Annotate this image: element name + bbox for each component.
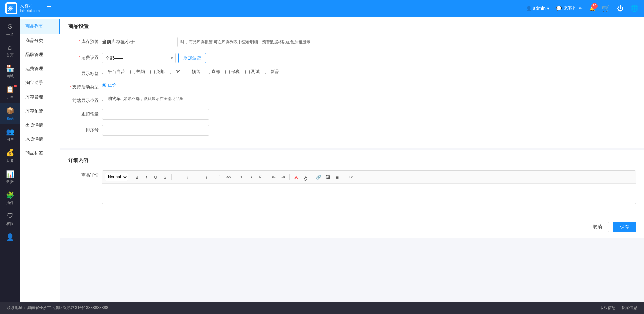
detail-content-section: 详细内容 商品详情 Normal B I U bbox=[60, 150, 644, 216]
editor-body[interactable] bbox=[102, 184, 636, 204]
sidebar-label-platform: 平台 bbox=[6, 32, 14, 37]
editor-ordered-list-button[interactable]: 1. bbox=[237, 173, 246, 181]
sub-sidebar-brand-manage[interactable]: 品牌管理 bbox=[20, 48, 60, 62]
add-shipping-button[interactable]: 添加运费 bbox=[178, 53, 206, 63]
cancel-button[interactable]: 取消 bbox=[586, 222, 609, 232]
sub-sidebar-freight-manage[interactable]: 运费管理 bbox=[20, 62, 60, 76]
editor-align-left-button[interactable]: ⁞ bbox=[174, 173, 182, 181]
editor-underline-button[interactable]: U bbox=[151, 173, 160, 181]
tag-tax[interactable]: 保税 bbox=[225, 69, 240, 75]
sidebar-item-shop[interactable]: 🏪 商城 bbox=[0, 61, 20, 82]
tag-new[interactable]: 新品 bbox=[265, 69, 279, 75]
editor-indent-button[interactable]: ⇥ bbox=[279, 173, 287, 181]
editor-font-color-button[interactable]: A bbox=[292, 173, 301, 181]
sidebar-label-user: 用户 bbox=[6, 137, 14, 142]
tag-new-checkbox[interactable] bbox=[265, 70, 269, 74]
tag-hot-checkbox[interactable] bbox=[130, 70, 135, 74]
goods-detail-label: 商品详情 bbox=[68, 170, 102, 178]
sub-sidebar-goods-list[interactable]: 商品列表 bbox=[20, 19, 60, 34]
sub-sidebar: 商品列表 商品分类 品牌管理 运费管理 淘宝助手 库存管理 库存预警 出货详情 … bbox=[20, 17, 60, 302]
stock-alert-input[interactable] bbox=[138, 37, 178, 47]
front-display-content: 购物车 如果不选，默认显示在全部商品里 bbox=[102, 96, 636, 102]
sidebar-label-shop: 商城 bbox=[6, 74, 14, 79]
sidebar: $ 平台 ⌂ 首页 🏪 商城 📋 订单 📦 商品 👥 用户 💰 财务 bbox=[0, 17, 20, 302]
sidebar-item-account[interactable]: 👤 bbox=[0, 230, 20, 244]
shipping-select[interactable]: 全部——十 bbox=[102, 53, 176, 63]
sidebar-item-platform[interactable]: $ 平台 bbox=[0, 19, 20, 40]
sort-num-input[interactable] bbox=[102, 125, 209, 136]
virtual-sales-row: 虚拟销量 bbox=[68, 109, 636, 120]
front-display-cart-checkbox[interactable] bbox=[102, 97, 106, 101]
content-area: 商品设置 库存预警 当前库存量小于 时，商品库存报警 可在库存列表中查看明细，预… bbox=[60, 17, 644, 302]
power-icon[interactable]: ⏻ bbox=[617, 5, 624, 12]
editor-image-button[interactable]: 🖼 bbox=[324, 173, 332, 181]
editor-link-button[interactable]: 🔗 bbox=[314, 173, 323, 181]
tag-direct[interactable]: 直邮 bbox=[206, 69, 220, 75]
cart-icon[interactable]: 🛒 bbox=[602, 4, 610, 12]
user-menu[interactable]: 👤 admin ▾ bbox=[526, 6, 549, 11]
editor-bold-button[interactable]: B bbox=[132, 173, 141, 181]
editor-normal-select[interactable]: Normal bbox=[105, 173, 128, 181]
activity-normal-price[interactable]: 正价 bbox=[102, 82, 116, 88]
tag-tax-checkbox[interactable] bbox=[225, 70, 230, 74]
editor-task-list-button[interactable]: ☑ bbox=[256, 173, 265, 181]
notification-bell[interactable]: 🔔 50 bbox=[589, 6, 595, 11]
sub-sidebar-taobao-helper[interactable]: 淘宝助手 bbox=[20, 76, 60, 90]
tag-test[interactable]: 测试 bbox=[245, 69, 260, 75]
activity-normal-price-radio[interactable] bbox=[102, 83, 106, 87]
sidebar-item-order[interactable]: 📋 订单 bbox=[0, 82, 20, 103]
sidebar-label-data: 数据 bbox=[6, 179, 14, 184]
sub-sidebar-purchase-detail[interactable]: 入货详情 bbox=[20, 132, 60, 146]
sub-sidebar-inventory-alert[interactable]: 库存预警 bbox=[20, 104, 60, 118]
editor-video-button[interactable]: ▣ bbox=[333, 173, 342, 181]
sidebar-item-plugin[interactable]: 🧩 插件 bbox=[0, 188, 20, 209]
detail-content-title: 详细内容 bbox=[68, 157, 636, 164]
tag-free-shipping-checkbox[interactable] bbox=[150, 70, 155, 74]
tag-presale-checkbox[interactable] bbox=[186, 70, 190, 74]
sidebar-item-home[interactable]: ⌂ 首页 bbox=[0, 40, 20, 61]
virtual-sales-content bbox=[102, 109, 636, 120]
editor-highlight-button[interactable]: Ā bbox=[301, 173, 310, 181]
sidebar-label-order: 订单 bbox=[6, 95, 14, 100]
copyright-link[interactable]: 版权信息 bbox=[600, 305, 616, 311]
data-icon: 📊 bbox=[6, 170, 14, 178]
sub-sidebar-goods-tag[interactable]: 商品标签 bbox=[20, 146, 60, 160]
sub-sidebar-inventory-manage[interactable]: 库存管理 bbox=[20, 90, 60, 104]
sub-sidebar-shipping-detail[interactable]: 出货详情 bbox=[20, 118, 60, 132]
editor-align-right-button[interactable] bbox=[193, 173, 201, 181]
editor-align-justify-button[interactable]: ⁞ bbox=[202, 173, 211, 181]
editor-align-center-button[interactable]: ⁝ bbox=[183, 173, 192, 181]
tag-self-checkbox[interactable] bbox=[102, 70, 106, 74]
tag-free-shipping[interactable]: 免邮 bbox=[150, 69, 165, 75]
sidebar-item-goods[interactable]: 📦 商品 bbox=[0, 103, 20, 124]
editor-unordered-list-button[interactable]: • bbox=[247, 173, 256, 181]
tag-direct-checkbox[interactable] bbox=[206, 70, 210, 74]
tag-self[interactable]: 平台自营 bbox=[102, 69, 125, 75]
sidebar-item-permission[interactable]: 🛡 权限 bbox=[0, 209, 20, 230]
sub-sidebar-goods-category[interactable]: 商品分类 bbox=[20, 34, 60, 48]
tag-presale[interactable]: 预售 bbox=[186, 69, 200, 75]
editor-blockquote-button[interactable]: " bbox=[215, 173, 224, 181]
editor-strikethrough-button[interactable]: S bbox=[161, 173, 169, 181]
front-display-row: 前端显示位置 购物车 如果不选，默认显示在全部商品里 bbox=[68, 96, 636, 104]
editor-clear-format-button[interactable]: Tx bbox=[346, 173, 355, 181]
editor-code-button[interactable]: </> bbox=[224, 173, 233, 181]
editor-outdent-button[interactable]: ⇤ bbox=[269, 173, 278, 181]
editor-italic-button[interactable]: I bbox=[142, 173, 151, 181]
service-link[interactable]: 💬 来客推 ✏ bbox=[556, 5, 583, 11]
save-button[interactable]: 保存 bbox=[613, 222, 636, 232]
tag-99[interactable]: 99 bbox=[170, 69, 180, 74]
menu-toggle-icon[interactable]: ☰ bbox=[46, 5, 52, 12]
tag-test-checkbox[interactable] bbox=[245, 70, 250, 74]
virtual-sales-input[interactable] bbox=[102, 109, 209, 120]
globe-icon[interactable]: 🌐 bbox=[630, 4, 639, 12]
record-link[interactable]: 备案信息 bbox=[621, 305, 637, 311]
tag-hot[interactable]: 热销 bbox=[130, 69, 145, 75]
tag-99-checkbox[interactable] bbox=[170, 70, 174, 74]
sidebar-item-user[interactable]: 👥 用户 bbox=[0, 124, 20, 145]
home-icon: ⌂ bbox=[8, 44, 12, 51]
front-display-cart[interactable]: 购物车 bbox=[102, 96, 121, 102]
sidebar-item-data[interactable]: 📊 数据 bbox=[0, 167, 20, 188]
sidebar-label-home: 首页 bbox=[6, 53, 14, 58]
sidebar-item-finance[interactable]: 💰 财务 bbox=[0, 145, 20, 167]
